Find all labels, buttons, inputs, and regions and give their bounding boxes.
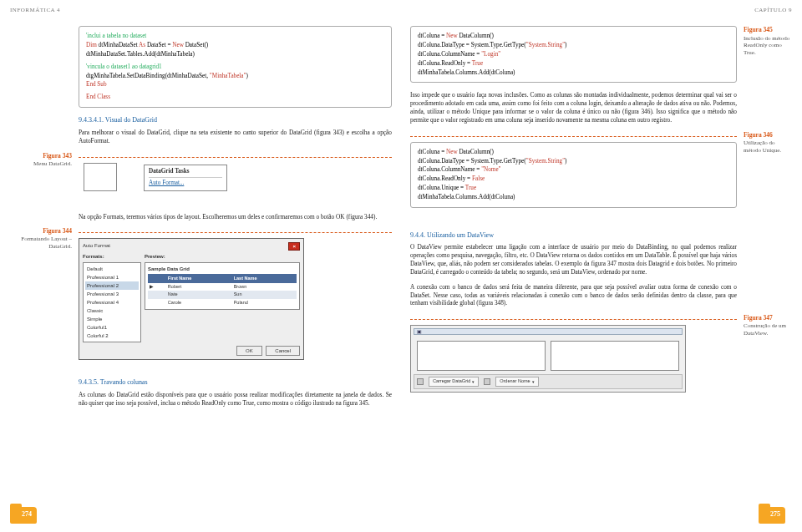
code-block-3: dtColuna = New DataColumn() dtColuna.Dat… [410,142,737,208]
code-block-2: dtColuna = New DataColumn() dtColuna.Dat… [410,26,737,83]
code-block-1: 'inclui a tabela no dataset Dim dtMinhaD… [79,26,392,108]
header-right: CAPÍTULO 9 [410,7,792,14]
dataview-icon [484,378,490,385]
formats-list[interactable]: Default Professional 1 Professional 2 Pr… [83,262,141,343]
dataset-icon [417,378,424,385]
figure-343-caption: Menu DataGrid. [10,160,72,168]
datagrid-tasks-popup: DataGrid Tasks Auto Format... [144,165,227,191]
paragraph: Na opção Formats, teremos vários tipos d… [79,213,392,221]
page-number-left: 274 [10,507,43,527]
form-icon: ▣ [417,329,422,335]
figure-345-caption: Inclusão do método ReadOnly como True. [744,35,792,57]
header-left: INFORMÁTICA 4 [10,7,392,14]
paragraph: Isso impede que o usuário faça novas inc… [410,91,737,124]
dataview-designer: ▣ Carregar DataGrid▾ Ordenar Nome▾ [410,325,686,392]
close-icon[interactable]: × [288,242,300,251]
figure-346-caption: Utilização do método Unique. [744,139,792,155]
paragraph: Para melhorar o visual do DataGrid, cliq… [79,129,392,145]
figure-347-caption: Construção de um DataView. [744,322,792,337]
divider [79,157,392,158]
preview-pane: Sample Data Grid First NameLast Name ▶Ro… [145,262,300,311]
figure-344-label: Figura 344 [10,227,72,236]
paragraph: O DataView permite estabelecer uma ligaç… [410,243,737,276]
figure-344-caption: Formatando Layout – DataGrid. [10,236,72,251]
autoformat-link[interactable]: Auto Format... [149,180,222,188]
figure-345-label: Figura 345 [744,26,792,34]
ok-button[interactable]: OK [236,346,262,356]
divider [410,319,737,320]
cancel-button[interactable]: Cancel [266,346,300,356]
datagrid-2 [551,341,679,371]
ordenar-button[interactable]: Ordenar Nome▾ [495,377,538,386]
page-number-right: 275 [759,507,792,527]
datagrid-1 [417,341,546,371]
figure-346-label: Figura 346 [744,131,792,139]
section-title-visual: 9.4.3.4.1. Visual do DataGrid [79,116,392,125]
carregar-button[interactable]: Carregar DataGrid▾ [429,377,479,386]
paragraph: As colunas do DataGrid estão disponíveis… [79,391,392,408]
figure-343-label: Figura 343 [10,152,72,160]
paragraph: A conexão com o banco de dados será feit… [410,283,737,308]
divider [79,232,392,233]
section-title-travando: 9.4.3.5. Travando colunas [79,378,392,388]
divider [410,136,737,137]
section-title-dataview: 9.4.4. Utilizando um DataView [410,231,737,241]
figure-347-label: Figura 347 [744,314,792,322]
autoformat-dialog: Auto Format × Formats: Default Professio… [79,238,304,360]
